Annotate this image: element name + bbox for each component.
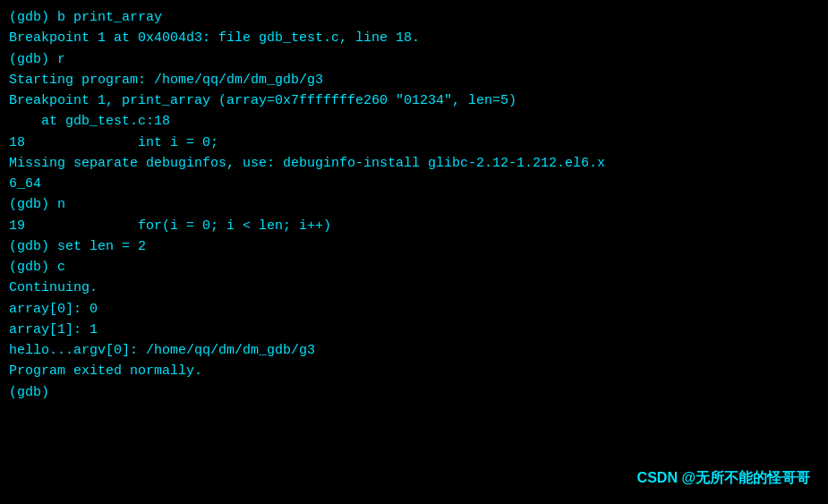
terminal-line: array[1]: 1 <box>9 320 819 340</box>
terminal-line: at gdb_test.c:18 <box>9 111 819 132</box>
terminal-line: Missing separate debuginfos, use: debugi… <box>9 153 819 174</box>
terminal-output: (gdb) b print_arrayBreakpoint 1 at 0x400… <box>9 7 819 403</box>
terminal-line: (gdb) b print_array <box>9 7 819 28</box>
terminal-line: (gdb) set len = 2 <box>9 236 819 257</box>
terminal-line: (gdb) r <box>9 49 819 70</box>
terminal-line: hello...argv[0]: /home/qq/dm/dm_gdb/g3 <box>9 340 819 361</box>
terminal-window: (gdb) b print_arrayBreakpoint 1 at 0x400… <box>0 0 828 504</box>
terminal-line: 18 int i = 0; <box>9 132 819 153</box>
watermark: CSDN @无所不能的怪哥哥 <box>637 469 810 488</box>
terminal-line: (gdb) <box>9 382 819 403</box>
terminal-line: Breakpoint 1, print_array (array=0x7ffff… <box>9 90 819 111</box>
terminal-line: (gdb) n <box>9 194 819 215</box>
terminal-line: Continuing. <box>9 278 819 298</box>
terminal-line: 19 for(i = 0; i < len; i++) <box>9 216 819 236</box>
terminal-line: Program exited normally. <box>9 361 819 381</box>
terminal-line: array[0]: 0 <box>9 299 819 320</box>
terminal-line: (gdb) c <box>9 257 819 278</box>
terminal-line: Breakpoint 1 at 0x4004d3: file gdb_test.… <box>9 28 819 48</box>
terminal-line: 6_64 <box>9 174 819 194</box>
terminal-line: Starting program: /home/qq/dm/dm_gdb/g3 <box>9 70 819 90</box>
